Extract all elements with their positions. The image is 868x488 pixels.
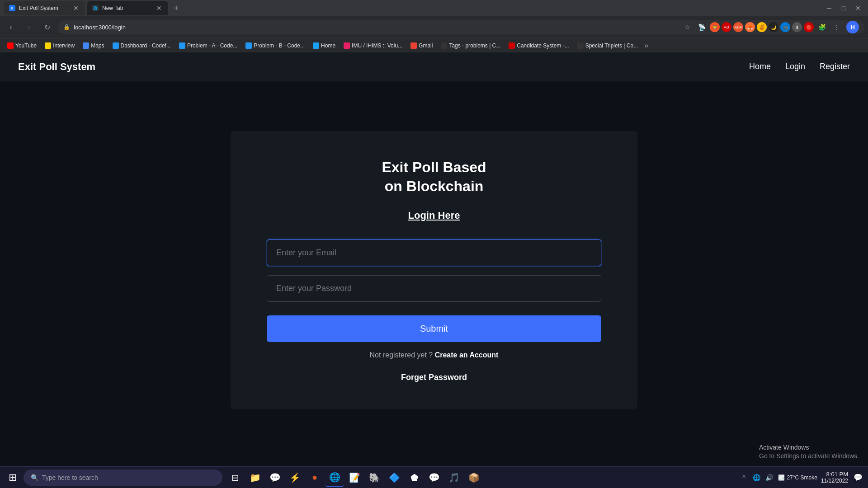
register-prompt: Not registered yet ? Create an Account [370, 351, 499, 359]
bookmark-special-triplets[interactable]: Special Triplets | Co... [574, 42, 642, 50]
bookmark-candidate-system[interactable]: Candidate System -... [505, 42, 572, 50]
address-bar-row: ‹ › ↻ 🔒 localhost:3000/login ☆ 📡 🦁 AB AB… [0, 16, 868, 38]
app10-button[interactable]: ⬟ [405, 469, 423, 487]
tray-volume-icon[interactable]: 🔊 [764, 472, 774, 483]
bookmark-favicon-gmail [410, 42, 417, 49]
bookmark-label-candidate-system: Candidate System -... [517, 42, 569, 49]
tray-network-icon[interactable]: 🌐 [751, 472, 762, 483]
nav-link-login[interactable]: Login [785, 62, 805, 71]
spotify-button[interactable]: 🎵 [445, 469, 463, 487]
reload-button[interactable]: ↻ [40, 20, 54, 34]
tab-bar: E Exit Poll System ✕ 🌐 New Tab ✕ + ─ □ ✕ [0, 0, 868, 16]
vscode-button[interactable]: 📝 [345, 469, 363, 487]
bookmark-label-problem-b: Problem - B - Code... [254, 42, 305, 49]
screencast-ext-icon[interactable]: 📹 [780, 22, 790, 32]
weather-info: 🌫️ 27°C Smoke [778, 474, 817, 481]
abp-ext-icon[interactable]: ABP [733, 22, 743, 32]
create-account-link[interactable]: Create an Account [435, 351, 499, 359]
tray-chevron[interactable]: ^ [738, 472, 749, 483]
bookmark-label-interview: Interview [53, 42, 75, 49]
tab-add-button[interactable]: + [170, 2, 183, 14]
notification-button[interactable]: 💬 [852, 471, 864, 484]
bookmarks-more-icon[interactable]: » [644, 42, 648, 50]
profile-avatar[interactable]: H [846, 21, 859, 33]
dark-ext-icon[interactable]: 🌙 [769, 22, 778, 32]
app12-button[interactable]: 📦 [465, 469, 483, 487]
tab-new-tab[interactable]: 🌐 New Tab ✕ [87, 1, 168, 15]
extensions-button[interactable]: 🧩 [816, 21, 828, 33]
login-card: Exit Poll Based on Blockchain Login Here… [231, 131, 637, 409]
pgadmin-button[interactable]: 🐘 [365, 469, 383, 487]
url-text: localhost:3000/login [74, 24, 674, 31]
address-actions: ☆ 📡 🦁 AB ABP 🦊 🍯 🌙 📹 ⬇ 🔴 🧩 ⋮ H [681, 21, 859, 33]
chrome-button[interactable]: 🌐 [326, 469, 344, 487]
download-ext-icon[interactable]: ⬇ [792, 22, 802, 32]
bookmark-maps[interactable]: Maps [79, 42, 108, 50]
email-field[interactable] [267, 239, 601, 266]
minimize-button[interactable]: ─ [823, 2, 835, 14]
maximize-button[interactable]: □ [837, 2, 850, 14]
bookmark-favicon-maps [83, 42, 89, 49]
bookmark-tags[interactable]: Tags - problems | C... [437, 42, 504, 50]
file-explorer-button[interactable]: 📁 [246, 469, 264, 487]
address-bar[interactable]: 🔒 localhost:3000/login ☆ 📡 🦁 AB ABP 🦊 🍯 … [58, 20, 864, 34]
tab-favicon-new-tab: 🌐 [92, 5, 99, 11]
bookmark-label-gmail: Gmail [419, 42, 433, 49]
bookmark-favicon-dashboard [113, 42, 119, 49]
bookmark-problem-a[interactable]: Problem - A - Code... [175, 42, 241, 50]
weather-icon: 🌫️ [778, 474, 785, 481]
start-button[interactable]: ⊞ [4, 469, 22, 487]
back-button[interactable]: ‹ [4, 20, 18, 34]
app5-button[interactable]: ● [306, 469, 324, 487]
bookmark-label-home: Home [321, 42, 335, 49]
teams-button[interactable]: 💬 [266, 469, 284, 487]
password-field[interactable] [267, 275, 601, 302]
sublime-button[interactable]: ⚡ [286, 469, 304, 487]
bookmark-label-dashboard: Dashboard - Codef... [121, 42, 171, 49]
tab-exit-poll[interactable]: E Exit Poll System ✕ [4, 1, 85, 15]
bookmark-gmail[interactable]: Gmail [407, 42, 436, 50]
task-view-button[interactable]: ⊟ [226, 469, 244, 487]
app-title: Exit Poll System [18, 61, 95, 73]
whatsapp-button[interactable]: 💬 [425, 469, 443, 487]
adblock-ext-icon[interactable]: AB [722, 22, 731, 32]
bookmark-favicon-problem-b [245, 42, 252, 49]
bookmark-problem-b[interactable]: Problem - B - Code... [242, 42, 308, 50]
bookmark-label-youtube: YouTube [15, 42, 37, 49]
app-nav-links: Home Login Register [749, 62, 850, 71]
search-placeholder-text: Type here to search [42, 474, 98, 481]
submit-button[interactable]: Submit [267, 315, 601, 342]
main-content: Exit Poll Based on Blockchain Login Here… [0, 81, 868, 459]
bookmark-youtube[interactable]: YouTube [4, 42, 40, 50]
forward-button[interactable]: › [22, 20, 36, 34]
bookmark-favicon-tags [441, 42, 447, 49]
close-button[interactable]: ✕ [852, 2, 864, 14]
honey-ext-icon[interactable]: 🍯 [757, 22, 767, 32]
more-menu-button[interactable]: ⋮ [830, 21, 843, 33]
bookmark-home[interactable]: Home [309, 42, 339, 50]
cast-button[interactable]: 📡 [695, 21, 708, 33]
star-button[interactable]: ☆ [681, 21, 693, 33]
tab-close-exit-poll[interactable]: ✕ [72, 5, 80, 12]
window-controls: ─ □ ✕ [823, 2, 864, 14]
bookmark-imu[interactable]: IMU / IHIMS :: Volu... [340, 42, 406, 50]
brave-ext-icon[interactable]: 🦁 [710, 22, 720, 32]
search-bar[interactable]: 🔍 Type here to search [24, 469, 222, 486]
nav-link-home[interactable]: Home [749, 62, 771, 71]
activate-windows-line2: Go to Settings to activate Windows. [759, 452, 859, 461]
tab-close-new-tab[interactable]: ✕ [156, 5, 163, 12]
bookmark-dashboard[interactable]: Dashboard - Codef... [109, 42, 175, 50]
app9-button[interactable]: 🔷 [385, 469, 403, 487]
card-heading: Exit Poll Based on Blockchain [382, 158, 486, 196]
ext-icon-red[interactable]: 🔴 [804, 22, 814, 32]
search-icon: 🔍 [31, 474, 38, 481]
nav-link-register[interactable]: Register [820, 62, 850, 71]
bookmark-interview[interactable]: Interview [41, 42, 78, 50]
forget-password-link[interactable]: Forget Password [401, 373, 467, 382]
fox-ext-icon[interactable]: 🦊 [745, 22, 755, 32]
time-display: 8:01 PM [821, 471, 848, 478]
activate-windows-notice: Activate Windows Go to Settings to activ… [759, 443, 859, 461]
tray-icons: ^ 🌐 🔊 [738, 472, 774, 483]
app-navbar: Exit Poll System Home Login Register [0, 52, 868, 81]
bookmark-favicon-home [313, 42, 319, 49]
